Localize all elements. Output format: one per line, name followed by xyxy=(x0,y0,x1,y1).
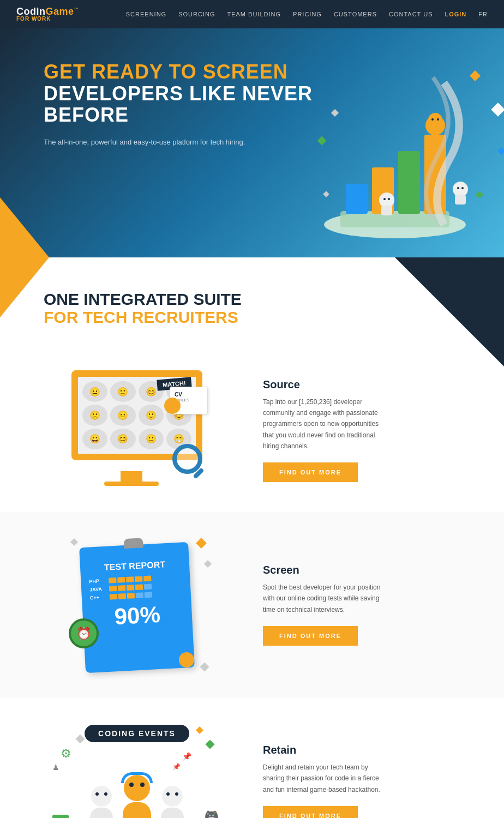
source-illustration: 😐 🙂 😊 😀 🙁 😐 🙂 😊 😀 😊 🙂 😁 MATCH! xyxy=(33,370,241,490)
char-center-head xyxy=(124,775,150,801)
nav-contact[interactable]: CONTACT US xyxy=(389,11,433,17)
deco-d1 xyxy=(76,735,85,744)
deco-diamond-3 xyxy=(70,538,78,546)
svg-marker-25 xyxy=(0,197,49,317)
nav-lang[interactable]: FR xyxy=(478,11,488,17)
logo-tagline: FOR WORK xyxy=(16,16,79,22)
yellow-corner-left xyxy=(0,197,49,317)
monitor-stand xyxy=(121,471,142,482)
retain-content: Retain Delight and retain your tech team… xyxy=(263,744,471,818)
navbar: CodinGame™ FOR WORK SCREENING SOURCING T… xyxy=(0,0,504,28)
nav-links: SCREENING SOURCING TEAM BUILDING PRICING… xyxy=(126,11,488,17)
clipboard-percent: 90% xyxy=(91,600,184,631)
pin-icon-2: 📌 xyxy=(172,763,181,771)
avatar-2: 🙂 xyxy=(110,381,135,402)
char-right xyxy=(158,786,188,818)
monitor: 😐 🙂 😊 😀 🙁 😐 🙂 😊 😀 😊 🙂 😁 MATCH! xyxy=(61,370,213,490)
screen-title: Screen xyxy=(263,564,471,576)
pin-icon: 📌 xyxy=(182,752,191,761)
nav-pricing[interactable]: PRICING xyxy=(293,11,322,17)
chess-piece: ♟ xyxy=(52,763,59,772)
nav-sourcing[interactable]: SOURCING xyxy=(178,11,215,17)
screen-desc: Spot the best developer for your positio… xyxy=(263,582,383,615)
hero-line2: DEVELOPERS LIKE NEVER BEFORE xyxy=(44,83,316,126)
svg-rect-8 xyxy=(317,136,327,146)
suite-section: ONE INTEGRATED SUITE FOR TECH RECRUITERS xyxy=(0,257,504,359)
retain-section: ⚙ 🎮 ♟ 📌 📌 CODING EVENTS xyxy=(0,697,504,818)
svg-rect-11 xyxy=(476,191,483,199)
screen-find-out-btn[interactable]: FIND OUT MORE xyxy=(263,626,358,646)
clipboard-clip xyxy=(124,538,143,549)
screen-section: Screen Spot the best developer for your … xyxy=(0,512,504,697)
avatar-6: 😐 xyxy=(110,405,135,425)
clipboard-body: TEST REPORT PHP JAVA xyxy=(79,542,195,673)
suite-title: ONE INTEGRATED SUITE xyxy=(44,290,460,308)
retain-find-out-btn[interactable]: FIND OUT MORE xyxy=(263,806,358,818)
svg-rect-18 xyxy=(381,206,392,215)
char-group xyxy=(87,775,188,818)
magnify-icon xyxy=(172,444,202,474)
avatar-1: 😐 xyxy=(82,381,107,402)
test-report-title: TEST REPORT xyxy=(88,559,182,574)
char-right-head xyxy=(162,786,183,807)
nav-team-building[interactable]: TEAM BUILDING xyxy=(227,11,281,17)
monitor-base xyxy=(104,482,159,486)
svg-point-17 xyxy=(379,193,394,208)
avatar-9: 😀 xyxy=(82,429,107,449)
deco-diamond-4 xyxy=(200,663,209,672)
hero-line1: GET READY TO SCREEN xyxy=(44,61,316,83)
nav-customers[interactable]: CUSTOMERS xyxy=(334,11,377,17)
gamepad-icon: 🎮 xyxy=(204,809,219,818)
char-right-body xyxy=(161,808,184,818)
svg-rect-10 xyxy=(497,147,504,155)
source-desc: Tap into our [1,250,236] developer commu… xyxy=(263,396,383,452)
deco-diamond-2 xyxy=(204,560,212,568)
logo[interactable]: CodinGame™ FOR WORK xyxy=(16,7,79,22)
svg-rect-12 xyxy=(323,191,329,197)
avatar-7: 🙂 xyxy=(139,405,164,425)
green-block xyxy=(52,815,69,818)
logo-text: CodinGame™ xyxy=(16,7,79,16)
skill-cpp: C++ xyxy=(90,591,183,601)
char-left-head xyxy=(91,786,112,807)
svg-point-20 xyxy=(388,198,390,200)
clipboard: TEST REPORT PHP JAVA xyxy=(66,534,208,676)
event-banner: CODING EVENTS xyxy=(85,725,189,742)
events-wrap: ⚙ 🎮 ♟ 📌 📌 CODING EVENTS xyxy=(50,719,224,818)
svg-rect-4 xyxy=(398,151,420,214)
nav-screening[interactable]: SCREENING xyxy=(126,11,166,17)
svg-point-24 xyxy=(461,187,464,189)
char-left xyxy=(87,786,117,818)
char-center-body xyxy=(123,802,151,818)
svg-rect-7 xyxy=(491,103,504,116)
hero-text: GET READY TO SCREEN DEVELOPERS LIKE NEVE… xyxy=(44,61,316,147)
svg-rect-2 xyxy=(346,184,368,214)
screen-content: Screen Spot the best developer for your … xyxy=(263,564,471,646)
svg-point-14 xyxy=(428,113,442,127)
avatar-10: 😊 xyxy=(110,429,135,449)
clock-icon: ⏰ xyxy=(69,618,99,648)
svg-point-15 xyxy=(431,118,434,121)
duck-character xyxy=(164,398,181,414)
svg-rect-9 xyxy=(331,109,339,117)
retain-desc: Delight and retain your tech team by sha… xyxy=(263,762,383,795)
source-section: 😐 🙂 😊 😀 🙁 😐 🙂 😊 😀 😊 🙂 😁 MATCH! xyxy=(0,359,504,512)
small-character xyxy=(179,652,194,667)
screen-illustration: TEST REPORT PHP JAVA xyxy=(33,534,241,676)
svg-rect-22 xyxy=(455,195,466,204)
avatar-5: 🙁 xyxy=(82,405,107,425)
nav-login[interactable]: LOGIN xyxy=(445,11,466,17)
svg-point-16 xyxy=(437,118,439,121)
gear-icon: ⚙ xyxy=(61,747,71,761)
avatar-11: 🙂 xyxy=(139,429,164,449)
retain-title: Retain xyxy=(263,744,471,756)
svg-point-21 xyxy=(453,182,468,197)
deco-d2 xyxy=(196,726,203,734)
char-left-body xyxy=(90,808,113,818)
deco-d3 xyxy=(206,740,215,749)
hero-section: GET READY TO SCREEN DEVELOPERS LIKE NEVE… xyxy=(0,28,504,257)
retain-illustration: ⚙ 🎮 ♟ 📌 📌 CODING EVENTS xyxy=(33,719,241,818)
source-find-out-btn[interactable]: FIND OUT MORE xyxy=(263,462,358,482)
suite-subtitle: FOR TECH RECRUITERS xyxy=(44,308,460,327)
hero-subtitle: The all-in-one, powerful and easy-to-use… xyxy=(44,137,316,148)
